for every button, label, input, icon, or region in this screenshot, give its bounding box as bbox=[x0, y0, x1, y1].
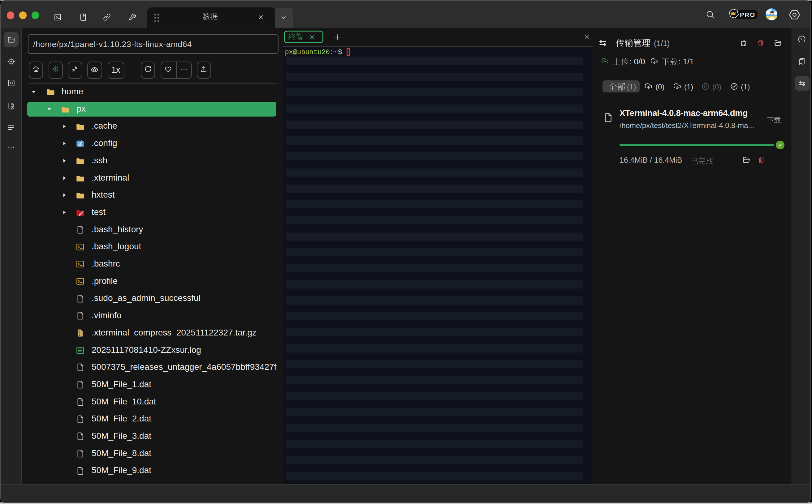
svg-text:PRO: PRO bbox=[740, 11, 755, 18]
